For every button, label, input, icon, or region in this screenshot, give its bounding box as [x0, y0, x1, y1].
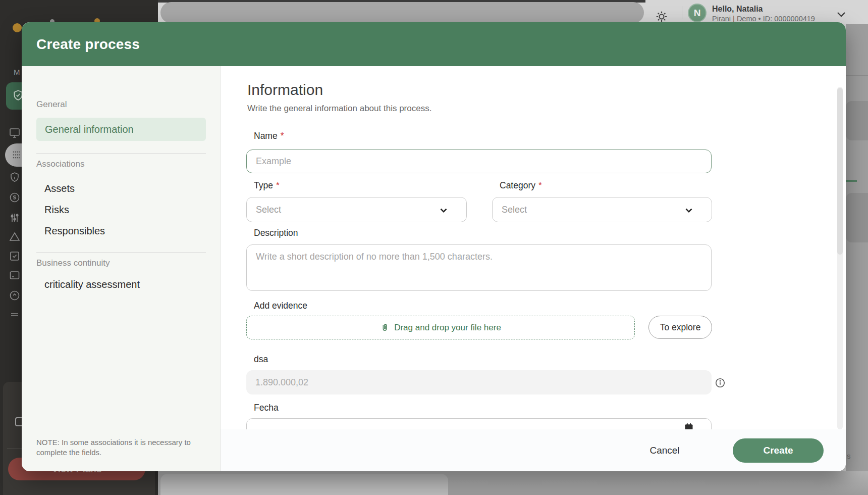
type-label: Type * — [254, 180, 280, 191]
type-select-value: Select — [256, 205, 281, 215]
category-label: Category * — [500, 180, 542, 191]
lines-icon — [9, 309, 21, 321]
background-card — [846, 101, 868, 140]
description-textarea[interactable] — [246, 244, 712, 291]
background-bottom-card — [160, 474, 448, 495]
nav-item-assets[interactable]: Assets — [44, 183, 75, 194]
background-text-fragment: s — [847, 452, 851, 460]
section-label-general: General — [36, 100, 67, 110]
info-icon[interactable] — [715, 377, 726, 388]
coin-icon — [9, 191, 21, 204]
required-asterisk: * — [276, 180, 280, 191]
grid-dots-icon — [11, 149, 23, 161]
type-select[interactable]: Select — [246, 197, 467, 222]
background-divider — [846, 75, 868, 76]
dsa-label: dsa — [254, 354, 268, 365]
add-evidence-label: Add evidence — [254, 301, 307, 311]
modal-nav-panel: General General information Associations… — [22, 66, 221, 471]
background-topbar: N Hello, Natalia Pirani | Demo • ID: 000… — [158, 0, 868, 24]
form-heading: Information — [247, 81, 323, 98]
category-select[interactable]: Select — [492, 197, 712, 222]
chevron-down-icon — [835, 8, 847, 20]
nav-divider — [36, 252, 206, 253]
section-label-business-continuity: Business continuity — [36, 258, 110, 268]
chevron-down-icon — [683, 205, 694, 216]
nav-item-label: General information — [45, 124, 134, 135]
section-label-associations: Associations — [36, 159, 84, 169]
form-subheading: Write the general information about this… — [247, 104, 431, 114]
screen: M View Plans — [0, 0, 868, 495]
user-org-line: Pirani | Demo • ID: 0000000419 — [712, 15, 815, 23]
description-label: Description — [254, 228, 298, 238]
paperclip-icon — [380, 323, 390, 332]
modal-content: Information Write the general informatio… — [221, 66, 846, 471]
nav-item-criticality-assessment[interactable]: criticality assessment — [44, 279, 140, 290]
required-asterisk: * — [281, 131, 284, 141]
triangle-alert-icon — [9, 231, 21, 243]
nav-item-general-information[interactable]: General information — [36, 118, 206, 141]
evidence-dropzone[interactable]: Drag and drop your file here — [246, 316, 635, 339]
create-process-modal: Create process General General informati… — [22, 22, 846, 471]
sliders-icon — [9, 212, 21, 224]
modal-header: Create process — [22, 22, 846, 66]
shield-info-icon — [9, 171, 21, 183]
sidebar-menu-label-fragment: M — [14, 68, 20, 76]
to-explore-button[interactable]: To explore — [648, 316, 712, 339]
monitor-icon — [9, 127, 21, 139]
pirani-logo-icon — [13, 23, 22, 32]
background-card — [846, 193, 868, 242]
nav-item-risks[interactable]: Risks — [44, 204, 69, 216]
dropzone-text: Drag and drop your file here — [394, 323, 501, 333]
nav-note: NOTE: In some associations it is necessa… — [36, 437, 198, 458]
gear-icon — [655, 10, 668, 23]
cancel-button[interactable]: Cancel — [634, 441, 695, 460]
category-select-value: Select — [502, 205, 527, 215]
background-tab-indicator — [846, 180, 857, 182]
required-asterisk: * — [538, 180, 542, 191]
chevron-down-icon — [438, 205, 449, 216]
search-input — [160, 2, 644, 23]
scrollbar-thumb[interactable] — [837, 88, 843, 255]
modal-footer: Cancel Create — [221, 429, 846, 471]
nav-divider — [36, 153, 206, 154]
name-input[interactable] — [246, 150, 712, 173]
dsa-input[interactable] — [246, 370, 712, 394]
avatar: N — [688, 4, 707, 22]
background-right-fragments: s — [846, 24, 868, 471]
task-check-icon — [9, 250, 21, 262]
create-button[interactable]: Create — [733, 438, 824, 463]
topbar-divider — [682, 6, 682, 19]
refresh-circle-icon — [9, 289, 21, 302]
modal-title: Create process — [36, 22, 140, 66]
fecha-label: Fecha — [254, 403, 279, 413]
name-label: Name * — [254, 131, 284, 141]
user-greeting: Hello, Natalia — [712, 5, 763, 14]
card-icon — [9, 269, 21, 281]
modal-scrollbar — [837, 87, 843, 429]
background-bottom-strip — [158, 471, 868, 495]
nav-item-responsibles[interactable]: Responsibles — [44, 225, 105, 237]
